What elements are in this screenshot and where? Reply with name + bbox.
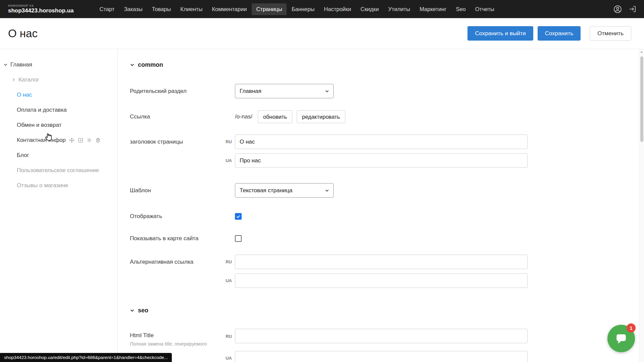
parent-section-select[interactable]: Главная [235,84,334,98]
delete-icon[interactable] [95,138,101,143]
sitemap-checkbox[interactable] [235,235,242,242]
html-title-ua-row: UA [130,351,644,362]
tree-label: Контактная инфор [17,137,66,144]
alt-link-ru-input[interactable] [235,255,528,269]
menu-item-skidki[interactable]: Скидки [356,3,383,15]
page-title-ua-row: UA [130,153,644,168]
tree-label: Пользовательское соглашение [17,167,99,174]
tree-label: Главная [10,61,32,68]
chat-bubble-icon [614,332,628,345]
sidebar-item-glavnaya[interactable]: Главная [0,57,117,72]
field-label: Отображать [130,213,221,220]
lang-label-ua: UA [221,278,235,283]
page-title-ru-input[interactable] [235,135,528,149]
link-edit-button[interactable]: редактировать [297,110,345,123]
menu-item-seo[interactable]: Seo [451,3,470,15]
topbar: HOROSHOP V4 shop34423.horoshop.ua Старт … [0,0,644,18]
tree-label: Блог [17,152,29,159]
alt-link-ua-input[interactable] [235,273,528,288]
menu-item-tovary[interactable]: Товары [148,3,176,15]
menu-item-kommentarii[interactable]: Комментарии [207,3,251,15]
field-label: Ссылка [130,113,221,120]
menu-item-marketing[interactable]: Маркетинг [415,3,451,15]
move-icon[interactable] [69,138,75,143]
pages-tree-sidebar: Главная Каталог О нас Оплата и доставка … [0,49,118,362]
settings-icon[interactable] [87,138,92,143]
chevron-down-icon [130,308,135,313]
add-page-icon[interactable] [78,138,83,143]
section-common-header[interactable]: common [130,61,644,68]
sidebar-item-kontaktnaya-infor[interactable]: Контактная инфор [0,133,117,148]
sidebar-item-obmen-i-vozvrat[interactable]: Обмен и возврат [0,117,117,133]
menu-item-nastrojki[interactable]: Настройки [319,3,355,15]
topbar-right-icons [613,5,637,13]
logout-icon[interactable] [629,5,637,13]
parent-section-row: Родительский раздел Главная [130,84,644,98]
tree-label: Оплата и доставка [17,107,67,113]
field-label: Показывать в карте сайта [130,235,221,242]
chevron-down-icon [325,188,329,193]
tree-row-actions [69,138,101,143]
section-title: common [138,61,163,68]
menu-item-stranicy[interactable]: Страницы [252,3,286,15]
field-label: Html Title Полная замена title, генериру… [130,329,221,347]
scrollbar-thumb[interactable] [640,56,643,142]
tree-label: Каталог [18,76,39,83]
tree-label: Отзывы о магазине [17,182,68,189]
template-select[interactable]: Текстовая страница [235,183,334,198]
menu-item-utility[interactable]: Утилиты [384,3,415,15]
browser-status-url: shop34423.horoshop.ua/edit/edit.php?id=6… [0,353,172,362]
cancel-button[interactable]: Отменить [590,26,631,41]
page-title-ua-input[interactable] [235,153,528,168]
display-row: Отображать [130,213,644,220]
field-label: Альтернативная ссылка [130,259,221,265]
menu-item-klienty[interactable]: Клиенты [176,3,207,15]
parent-section-value: Главная [240,88,261,95]
chat-widget-button[interactable]: 1 [607,325,635,352]
save-exit-button[interactable]: Сохранить и выйти [467,26,533,41]
save-button[interactable]: Сохранить [538,26,581,41]
link-refresh-button[interactable]: обновить [258,110,292,123]
tree-label: О нас [17,92,32,98]
check-icon [236,214,241,219]
main-menu: Старт Заказы Товары Клиенты Комментарии … [95,3,613,15]
vertical-scrollbar[interactable] [639,49,644,362]
field-label: Родительский раздел [130,88,221,95]
html-title-label: Html Title [130,332,154,339]
brand-domain: shop34423.horoshop.ua [8,8,74,14]
html-title-ua-input[interactable] [235,351,528,362]
alt-link-ua-row: UA [130,273,644,288]
link-row: Ссылка /o-nas/ обновить редактировать [130,110,644,123]
template-row: Шаблон Текстовая страница [130,183,644,198]
sidebar-item-oplata-i-dostavka[interactable]: Оплата и доставка [0,102,117,117]
menu-item-bannery[interactable]: Баннеры [287,3,319,15]
lang-label-ua: UA [221,158,235,163]
tree-label: Обмен и возврат [17,122,61,128]
link-path: /o-nas/ [235,113,252,120]
html-title-hint: Полная замена title, генерируемого [130,341,221,347]
page-header: О нас Сохранить и выйти Сохранить Отмени… [0,18,644,49]
chat-unread-badge: 1 [627,323,636,332]
main-area: Главная Каталог О нас Оплата и доставка … [0,49,644,362]
html-title-ru-row: Html Title Полная замена title, генериру… [130,329,644,347]
field-label: Шаблон [130,187,221,194]
sidebar-item-blog[interactable]: Блог [0,148,117,163]
menu-item-zakazy[interactable]: Заказы [119,3,147,15]
brand-logo[interactable]: HOROSHOP V4 shop34423.horoshop.ua [8,4,74,14]
menu-item-otchety[interactable]: Отчеты [471,3,499,15]
sidebar-item-polzovatelskoe-soglashenie[interactable]: Пользовательское соглашение [0,163,117,178]
section-title: seo [138,307,148,314]
sitemap-row: Показывать в карте сайта [130,235,644,242]
sidebar-item-o-nas[interactable]: О нас [0,87,117,102]
display-checkbox[interactable] [235,213,242,220]
scroll-up-arrow-icon[interactable] [640,50,643,54]
chevron-down-icon[interactable] [3,62,8,67]
account-icon[interactable] [613,5,622,13]
chevron-right-icon[interactable] [11,77,16,82]
sidebar-item-otzyvy-o-magazine[interactable]: Отзывы о магазине [0,178,117,193]
sidebar-item-katalog[interactable]: Каталог [0,72,117,87]
html-title-ru-input[interactable] [235,329,528,343]
lang-label-ru: RU [221,259,235,264]
menu-item-start[interactable]: Старт [95,3,119,15]
section-seo-header[interactable]: seo [130,307,644,314]
